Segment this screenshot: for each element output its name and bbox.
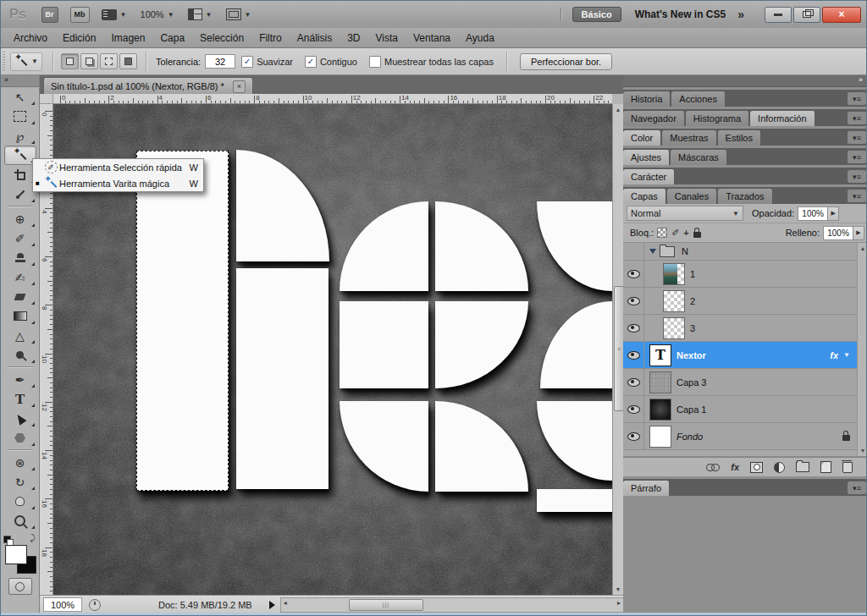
layer-thumbnail[interactable] — [649, 371, 671, 393]
tolerance-input[interactable] — [205, 54, 235, 69]
layer-visibility-toggle[interactable] — [623, 261, 644, 287]
layer-visibility-toggle[interactable] — [623, 243, 644, 260]
link-icon[interactable] — [706, 464, 720, 470]
launch-bridge-button[interactable]: Br — [41, 7, 58, 23]
group-expander-icon[interactable] — [649, 249, 656, 254]
lock-pixels-button[interactable]: ✐ — [671, 228, 679, 239]
tab-color[interactable]: Color — [623, 130, 661, 146]
layer-visibility-toggle[interactable] — [623, 396, 644, 422]
layer-thumbnail[interactable] — [663, 290, 685, 312]
scroll-left-icon[interactable]: ◂ — [284, 599, 287, 607]
layer-row-n[interactable]: N — [623, 243, 857, 261]
scroll-right-icon[interactable]: ▸ — [617, 599, 621, 607]
arrange-documents-button[interactable]: ▼ — [188, 8, 213, 20]
workspace-basico-button[interactable]: Básico — [572, 7, 621, 22]
tab-historia[interactable]: Historia — [623, 91, 671, 107]
dodge-tool[interactable] — [4, 345, 36, 365]
tab-navegador[interactable]: Navegador — [623, 111, 685, 126]
layer-thumbnail[interactable] — [649, 399, 671, 421]
pen-tool[interactable]: ✒ — [4, 370, 36, 389]
lock-all-button[interactable] — [693, 228, 701, 238]
gradient-tool[interactable] — [4, 306, 36, 326]
antialias-checkbox[interactable]: ✓ — [241, 56, 253, 68]
lasso-tool[interactable]: ℘ — [4, 126, 36, 146]
close-button[interactable]: × — [822, 7, 861, 23]
layer-visibility-toggle[interactable] — [623, 342, 644, 368]
fx-icon[interactable]: fx — [731, 462, 739, 472]
spot-healing-brush-tool[interactable]: ⊕ — [4, 209, 36, 228]
quick-mask-button[interactable] — [8, 578, 32, 595]
panel-menu-icon[interactable]: ▾≡ — [848, 151, 866, 163]
tab-estilos[interactable]: Estilos — [718, 130, 761, 146]
layer-visibility-toggle[interactable] — [623, 315, 644, 341]
toolbox-collapse-button[interactable]: » — [1, 75, 39, 87]
lock-transparency-button[interactable] — [657, 228, 667, 238]
sample-all-layers-option[interactable]: Muestrear todas las capas — [369, 56, 494, 68]
layer-thumbnail[interactable] — [663, 317, 685, 339]
eraser-tool[interactable] — [4, 287, 36, 306]
panel-menu-icon[interactable]: ▾≡ — [848, 190, 866, 202]
zoom-level-button[interactable]: 100% ▼ — [141, 9, 174, 19]
layer-mask-icon[interactable] — [750, 462, 763, 473]
fx-expander-icon[interactable]: ▼ — [843, 351, 850, 359]
menu-ventana[interactable]: Ventana — [406, 29, 458, 47]
menu-análisis[interactable]: Análisis — [290, 29, 340, 47]
panel-menu-icon[interactable]: ▾≡ — [848, 170, 866, 183]
history-brush-tool[interactable]: ✍ — [4, 267, 36, 287]
panel-menu-icon[interactable]: ▾≡ — [848, 481, 866, 494]
brush-tool[interactable]: ✐ — [4, 228, 36, 248]
tool-preset-picker[interactable]: ▼ — [10, 52, 42, 71]
tab-información[interactable]: Información — [750, 111, 815, 126]
3d-rotate-tool[interactable]: ⊛ — [4, 453, 36, 472]
tab-canales[interactable]: Canales — [667, 189, 717, 204]
layer-thumbnail[interactable] — [649, 426, 671, 448]
selection-mode-subtract-button[interactable] — [100, 53, 118, 69]
hand-tool[interactable] — [4, 492, 36, 511]
scroll-up-icon[interactable]: ▲ — [858, 243, 867, 254]
trash-icon[interactable] — [842, 462, 853, 473]
blur-tool[interactable]: △ — [4, 326, 36, 345]
contiguous-option[interactable]: ✓ Contiguo — [305, 56, 357, 68]
group-icon[interactable] — [796, 462, 809, 472]
layer-thumbnail[interactable]: T — [649, 344, 671, 366]
minimize-button[interactable] — [765, 7, 792, 23]
workspace-whats-new-button[interactable]: What's New in CS5 — [635, 8, 726, 20]
clone-stamp-tool[interactable] — [4, 248, 36, 267]
horizontal-ruler[interactable]: 0246810121416182022 — [53, 94, 612, 104]
lock-position-button[interactable]: + — [683, 228, 688, 238]
menu-imagen[interactable]: Imagen — [103, 29, 152, 47]
move-tool[interactable]: ↖ — [4, 87, 36, 107]
restore-button[interactable] — [793, 7, 820, 23]
foreground-color-swatch[interactable] — [5, 545, 27, 564]
layers-scrollbar[interactable]: ▲ ▼ — [857, 243, 867, 456]
tab-muestras[interactable]: Muestras — [662, 130, 716, 146]
scroll-down-icon[interactable]: ▼ — [613, 584, 623, 595]
refine-edge-button[interactable]: Perfeccionar bor. — [520, 53, 612, 70]
tab-histograma[interactable]: Histograma — [686, 111, 749, 126]
layer-thumbnail[interactable] — [663, 263, 685, 285]
layer-row-2[interactable]: 2 — [623, 288, 857, 315]
menu-selección[interactable]: Selección — [192, 29, 251, 47]
flyout-item[interactable]: ✐Herramienta Selección rápidaW — [33, 159, 203, 175]
selection-mode-new-button[interactable] — [61, 53, 79, 69]
tab-trazados[interactable]: Trazados — [718, 189, 772, 204]
scroll-down-icon[interactable]: ▼ — [858, 445, 867, 456]
menu-3d[interactable]: 3D — [340, 29, 367, 47]
status-zoom-input[interactable]: 100% — [43, 597, 82, 612]
selection-marquee[interactable] — [136, 151, 229, 491]
sample-all-layers-checkbox[interactable] — [369, 56, 381, 68]
swap-colors-icon[interactable]: ⤸ — [30, 533, 36, 543]
flyout-item[interactable]: ■Herramienta Varita mágicaW — [33, 175, 203, 191]
launch-mini-bridge-button[interactable]: Mb — [70, 7, 90, 23]
close-document-icon[interactable]: × — [233, 80, 246, 93]
shape-tool[interactable] — [4, 428, 36, 448]
antialias-option[interactable]: ✓ Suavizar — [241, 56, 293, 68]
crop-tool[interactable] — [4, 165, 36, 184]
menu-edición[interactable]: Edición — [55, 29, 103, 47]
tab-ajustes[interactable]: Ajustes — [623, 150, 670, 165]
zoom-tool[interactable] — [4, 511, 36, 531]
new-layer-icon[interactable] — [820, 461, 831, 473]
fill-value[interactable]: 100% — [823, 226, 853, 240]
status-menu-arrow[interactable] — [269, 601, 275, 609]
dock-collapse-button[interactable]: » — [623, 75, 867, 87]
